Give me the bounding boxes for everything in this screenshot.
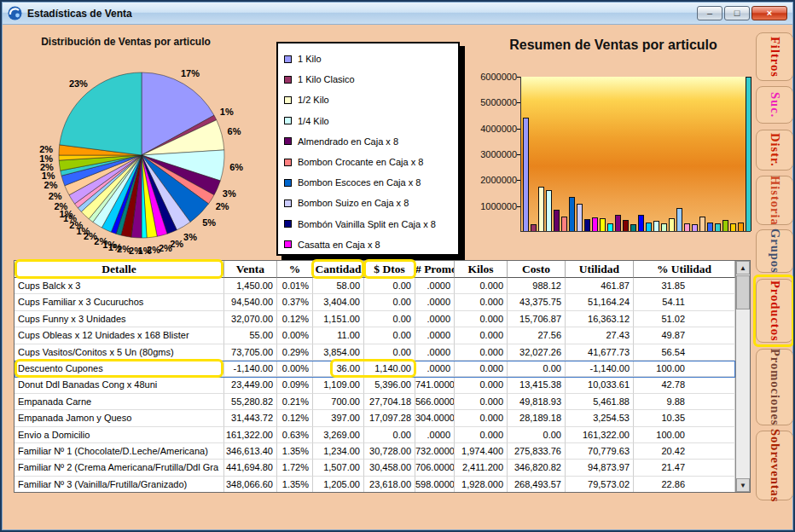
bar: [538, 187, 544, 231]
table-row[interactable]: Empanada Jamon y Queso31,443.720.12%397.…: [15, 410, 735, 426]
cell-value: 0.000: [455, 278, 508, 294]
column-header-promo[interactable]: # Promo: [415, 261, 455, 278]
tab-productos[interactable]: Productos: [756, 279, 793, 343]
close-icon: ×: [767, 9, 772, 18]
column-header-kilos[interactable]: Kilos: [455, 261, 508, 278]
cell-value: 3,254.53: [566, 410, 634, 426]
table-row[interactable]: Familiar Nº 1 (Chocolate/D.Leche/America…: [15, 443, 735, 460]
cell-value: 397.00: [313, 410, 364, 426]
legend-item: 1 Kilo: [284, 49, 456, 69]
cell-value: 348,066.60: [224, 477, 277, 492]
bar: [707, 223, 713, 231]
bar-y-axis-label: 4000000: [469, 124, 517, 134]
cell-value: 0.00: [364, 294, 415, 310]
tab-historia[interactable]: Historia: [756, 176, 793, 225]
legend-label: 1/2 Kilo: [298, 95, 329, 105]
cell-value: 15,706.87: [508, 311, 566, 327]
y-axis-tick: [517, 154, 520, 155]
tab-sobreventas[interactable]: Sobreventas: [756, 431, 793, 500]
bar-y-axis-label: 3000000: [469, 149, 517, 159]
legend-label: 1 Kilo: [298, 54, 322, 64]
column-header-cantidad[interactable]: Cantidad: [313, 261, 364, 278]
cell-value: 1,234.00: [313, 443, 364, 460]
table-row[interactable]: Cups Funny x 3 Unidades32,070.000.12%1,1…: [15, 311, 735, 327]
bar: [546, 190, 552, 231]
pie-percentage-label: 17%: [181, 68, 200, 78]
minimize-icon: –: [707, 9, 712, 18]
pie-percentage-label: 2%: [159, 243, 172, 253]
tab-promociones[interactable]: Promociones: [756, 349, 793, 425]
column-header-dtos[interactable]: $ Dtos: [364, 261, 415, 278]
table-row[interactable]: Cups Obleas x 12 Unidades x 168 Blister5…: [15, 327, 735, 344]
cell-value: 0.63%: [277, 427, 313, 443]
legend-label: Bombón Vainilla Split en Caja x 8: [298, 219, 436, 229]
tab-distr[interactable]: Distr.: [756, 130, 793, 171]
bar-y-axis-label: 5000000: [469, 97, 517, 107]
cell-value: 31.85: [634, 278, 735, 294]
pie-percentage-label: 2%: [216, 201, 229, 211]
cell-value: 0.00: [364, 327, 415, 344]
minimize-button[interactable]: –: [697, 6, 722, 20]
cell-value: 0.000: [455, 410, 508, 426]
table-row[interactable]: Empanada Carne55,280.820.21%700.0027,704…: [15, 394, 735, 410]
cell-value: 5,461.88: [566, 394, 634, 410]
table-row[interactable]: Descuento Cupones-1,140.000.00%36.001,14…: [15, 361, 735, 377]
bar-plot-area: [520, 77, 751, 232]
legend-item: Bombon Escoces en Caja x 8: [284, 172, 456, 193]
cell-value: .0000: [415, 427, 455, 443]
title-bar[interactable]: Estadísticas de Venta: [3, 3, 792, 25]
legend-swatch: [284, 240, 292, 248]
cell-value: 0.37%: [277, 294, 313, 310]
table-grid: DetalleVenta%Cantidad$ Dtos# PromoKilosC…: [15, 261, 735, 492]
cell-value: 27,704.18: [364, 394, 415, 410]
scrollbar-thumb[interactable]: [736, 275, 750, 309]
table-row[interactable]: Cups Familiar x 3 Cucuruchos94,540.000.3…: [15, 294, 735, 310]
column-header-venta[interactable]: Venta: [224, 261, 277, 278]
pie-percentage-label: 2%: [39, 144, 53, 154]
cell-value: 268,493.57: [508, 477, 566, 492]
close-button[interactable]: ×: [751, 6, 787, 20]
column-header-utilidad[interactable]: % Utilidad: [634, 261, 735, 278]
cell-value: 56.54: [634, 344, 735, 361]
bar-chart: 1000000200000030000004000000500000060000…: [469, 75, 754, 235]
tab-suc[interactable]: Suc.: [756, 86, 793, 124]
bar: [577, 204, 583, 231]
table-row[interactable]: Cups Vasitos/Conitos x 5 Un (80gms)73,70…: [15, 344, 735, 361]
column-header-costo[interactable]: Costo: [508, 261, 566, 278]
cell-value: 0.000: [455, 344, 508, 361]
table-row[interactable]: Familiar Nº 2 (Crema Americana/Frutilla/…: [15, 460, 735, 476]
tab-filtros[interactable]: Filtros: [756, 32, 793, 81]
cell-value: 598.0000: [415, 477, 455, 492]
table-row[interactable]: Envio a Domicilio161,322.000.63%3,269.00…: [15, 427, 735, 443]
legend-item: Bombón Vainilla Split en Caja x 8: [284, 214, 456, 234]
bar: [738, 223, 744, 231]
maximize-button[interactable]: □: [724, 6, 750, 20]
column-header-utilidad[interactable]: Utilidad: [566, 261, 634, 278]
bar: [600, 218, 606, 231]
cell-detalle: Familiar Nº 2 (Crema Americana/Frutilla/…: [15, 460, 224, 476]
cell-value: 0.00: [508, 427, 566, 443]
cell-value: 1,109.00: [313, 377, 364, 393]
cell-value: .0000: [415, 361, 455, 377]
scroll-down-button[interactable]: ▼: [736, 478, 750, 492]
cell-value: 3,854.00: [313, 344, 364, 361]
cell-value: 58.00: [313, 278, 364, 294]
legend-item: Almendrado en Caja x 8: [284, 131, 456, 152]
table-row[interactable]: Cups Balck x 31,450.000.01%58.000.00.000…: [15, 278, 735, 294]
cell-value: 161,322.00: [566, 427, 634, 443]
table-row[interactable]: Donut Ddl Banadas Cong x 48uni23,449.000…: [15, 377, 735, 393]
pie-percentage-label: 6%: [229, 162, 243, 172]
table-row[interactable]: Familiar Nº 3 (Vainilla/Frutilla/Graniza…: [15, 477, 735, 492]
tab-grupos[interactable]: Grupos: [756, 229, 793, 273]
cell-value: 275,833.76: [508, 443, 566, 460]
cell-value: 346,613.40: [224, 443, 277, 460]
cell-value: 94,873.97: [566, 460, 634, 476]
table-scrollbar[interactable]: ▲ ▼: [735, 261, 750, 492]
cell-value: 1,507.00: [313, 460, 364, 476]
column-header-detalle[interactable]: Detalle: [15, 261, 224, 278]
cell-value: 30,728.00: [364, 443, 415, 460]
scroll-up-button[interactable]: ▲: [736, 261, 750, 275]
column-header-[interactable]: %: [277, 261, 313, 278]
cell-value: 0.21%: [277, 394, 313, 410]
cell-detalle: Cups Funny x 3 Unidades: [15, 311, 224, 327]
